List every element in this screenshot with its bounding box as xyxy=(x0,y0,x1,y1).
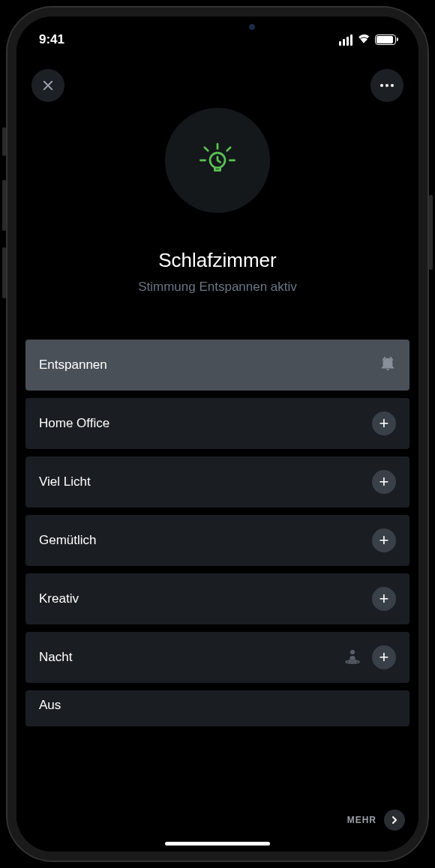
lightbulb-icon xyxy=(196,137,239,184)
scene-label: Home Office xyxy=(39,416,110,431)
scene-label: Kreativ xyxy=(39,591,79,606)
notch xyxy=(142,16,292,39)
close-button[interactable] xyxy=(32,69,64,102)
scene-item[interactable]: Kreativ+ xyxy=(26,573,410,624)
battery-icon xyxy=(375,34,396,45)
scene-label: Nacht xyxy=(39,650,72,665)
add-button[interactable]: + xyxy=(372,412,396,435)
add-button[interactable]: + xyxy=(372,470,396,494)
presence-icon xyxy=(344,647,362,668)
scene-actions: + xyxy=(372,528,396,552)
content-area: Schlafzimmer Stimmung Entspannen aktiv E… xyxy=(16,54,418,852)
scene-actions: + xyxy=(372,412,396,435)
svg-point-1 xyxy=(350,650,355,654)
scene-label: Aus xyxy=(39,698,61,713)
scene-label: Entspannen xyxy=(39,358,107,373)
alarm-clock-icon xyxy=(380,355,396,375)
scene-actions: + xyxy=(372,470,396,494)
scene-actions xyxy=(380,355,396,375)
more-icon xyxy=(380,84,394,87)
scene-list: EntspannenHome Office+Viel Licht+Gemütli… xyxy=(16,340,418,726)
screen: 9:41 xyxy=(16,16,418,852)
room-subtitle: Stimmung Entspannen aktiv xyxy=(138,280,297,295)
scene-item[interactable]: Entspannen xyxy=(26,340,410,391)
device-frame: 9:41 xyxy=(8,7,428,861)
home-indicator[interactable] xyxy=(165,842,270,846)
add-button[interactable]: + xyxy=(372,528,396,552)
status-time: 9:41 xyxy=(39,32,64,47)
scene-item[interactable]: Nacht+ xyxy=(26,632,410,683)
footer-label: MEHR xyxy=(347,815,376,825)
scene-item[interactable]: Aus xyxy=(26,690,410,726)
scene-actions: + xyxy=(372,587,396,611)
top-bar xyxy=(16,54,418,102)
room-icon-circle[interactable] xyxy=(165,108,270,213)
scene-item[interactable]: Home Office+ xyxy=(26,398,410,449)
room-title: Schlafzimmer xyxy=(158,249,276,272)
add-button[interactable]: + xyxy=(372,587,396,611)
scene-label: Gemütlich xyxy=(39,533,97,548)
chevron-right-icon xyxy=(384,810,405,831)
status-indicators xyxy=(339,33,396,46)
footer-more[interactable]: MEHR xyxy=(347,810,405,831)
hero-section: Schlafzimmer Stimmung Entspannen aktiv xyxy=(16,102,418,295)
scene-label: Viel Licht xyxy=(39,474,91,489)
svg-point-3 xyxy=(349,661,356,663)
wifi-icon xyxy=(357,33,370,46)
add-button[interactable]: + xyxy=(372,645,396,669)
scene-item[interactable]: Gemütlich+ xyxy=(26,515,410,566)
scene-item[interactable]: Viel Licht+ xyxy=(26,456,410,507)
more-button[interactable] xyxy=(370,69,404,102)
scene-actions: + xyxy=(344,645,396,669)
cellular-icon xyxy=(339,34,352,46)
